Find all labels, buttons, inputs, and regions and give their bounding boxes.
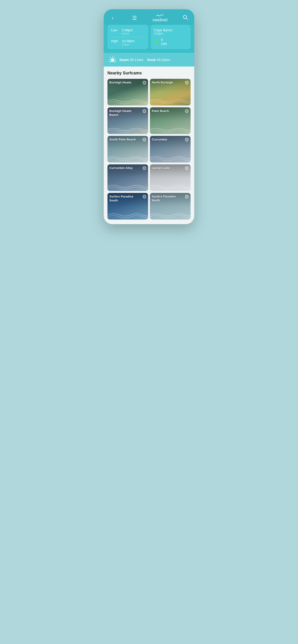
cam-card-south-palm-beach[interactable]: South Palm Beach	[107, 136, 148, 162]
wind-card: Cape Byron 2:00pm ▲ S 10kt	[151, 25, 191, 49]
cam-header: Surfers Paradise South	[107, 193, 148, 204]
cam-header: Palm Beach	[150, 107, 191, 115]
cam-card-surfers-paradise-south[interactable]: Surfers Paradise South	[107, 193, 148, 220]
cam-title: South Palm Beach	[109, 138, 136, 142]
dawn-dusk-section: Dawn 06:11am Dusk 05:24pm	[104, 53, 194, 66]
cam-title: Currumbin	[152, 138, 167, 142]
cam-header: Laceys Lane	[150, 164, 191, 172]
high-height: 1.91m	[122, 43, 134, 46]
cam-title: Laceys Lane	[152, 166, 170, 170]
low-label: Low	[111, 28, 120, 32]
cam-header: Surfers Paradise North	[150, 193, 191, 204]
high-label: High	[111, 39, 120, 43]
wind-direction-arrow: ▲	[154, 39, 159, 45]
dawn-dusk-text: Dawn 06:11am Dusk 05:24pm	[120, 58, 170, 62]
cam-card-currumbin-alley[interactable]: Currumbin Alley	[107, 164, 148, 191]
low-height: 0.17m	[122, 32, 133, 35]
cam-title: Surfers Paradise South	[109, 195, 137, 202]
dawn-time: 06:11am	[130, 58, 143, 62]
tide-wind-section: Low 3:46pm 0.17m High 10:38pm 1.91m Cape…	[104, 25, 194, 53]
cam-header: Burleigh Heads Beach	[107, 107, 148, 118]
shield-icon	[143, 195, 146, 199]
cam-title: Surfers Paradise North	[152, 195, 179, 202]
cam-header: Currumbin	[150, 136, 191, 144]
cam-header: North Burleigh	[150, 79, 191, 86]
svg-line-7	[114, 58, 115, 58]
shield-icon	[143, 81, 146, 85]
wind-speed: 10kt	[161, 42, 167, 46]
svg-point-2	[111, 58, 114, 62]
logo: swellnet	[152, 14, 168, 22]
cam-title: Palm Beach	[152, 109, 169, 113]
wind-direction: S	[161, 38, 163, 42]
shield-icon	[143, 109, 146, 114]
cam-card-burleigh-heads-beach[interactable]: Burleigh Heads Beach	[107, 107, 148, 134]
cam-card-north-burleigh[interactable]: North Burleigh	[150, 79, 191, 106]
cam-title: Burleigh Heads Beach	[109, 109, 137, 117]
cam-title: Burleigh Heads	[109, 81, 131, 84]
search-button[interactable]	[181, 15, 190, 21]
cam-title: North Burleigh	[152, 81, 173, 84]
shield-icon	[185, 109, 189, 114]
dawn-label: Dawn	[120, 58, 129, 62]
shield-icon	[185, 195, 189, 199]
menu-button[interactable]: ☰	[130, 15, 139, 21]
cam-title: Currumbin Alley	[109, 166, 133, 170]
phone-shell: ‹ ☰ swellnet Low 3:46pm 0.17m	[104, 9, 194, 224]
cam-card-burleigh-heads[interactable]: Burleigh Heads	[107, 79, 148, 106]
wind-time: 2:00pm	[154, 32, 187, 35]
cam-header: Burleigh Heads	[107, 79, 148, 86]
cam-card-laceys-lane[interactable]: Laceys Lane	[150, 164, 191, 191]
svg-line-1	[186, 18, 187, 20]
tide-card: Low 3:46pm 0.17m High 10:38pm 1.91m	[107, 25, 148, 49]
sunrise-icon	[108, 56, 117, 64]
sunrise-svg	[108, 56, 117, 62]
wind-station: Cape Byron	[154, 28, 187, 32]
surfcams-title: Nearby Surfcams	[107, 71, 191, 76]
cam-header: Currumbin Alley	[107, 164, 148, 172]
shield-icon	[185, 138, 189, 142]
cam-card-currumbin[interactable]: Currumbin	[150, 136, 191, 162]
cam-card-surfers-paradise-north[interactable]: Surfers Paradise North	[150, 193, 191, 220]
dusk-label: Dusk	[147, 58, 156, 62]
logo-text: swellnet	[152, 18, 168, 22]
shield-icon	[185, 166, 189, 170]
svg-line-6	[110, 58, 111, 58]
cam-card-palm-beach[interactable]: Palm Beach	[150, 107, 191, 134]
low-time: 3:46pm	[122, 28, 133, 32]
dusk-time: 05:24pm	[157, 58, 170, 62]
shield-icon	[185, 81, 189, 85]
app-header: ‹ ☰ swellnet	[104, 9, 194, 25]
cams-grid: Burleigh Heads North Burleigh	[107, 79, 191, 220]
search-icon	[183, 15, 188, 20]
cam-header: South Palm Beach	[107, 136, 148, 144]
shield-icon	[143, 166, 146, 170]
back-button[interactable]: ‹	[108, 15, 117, 21]
surfcams-section: Nearby Surfcams Burleigh Heads North Bur…	[104, 66, 194, 224]
shield-icon	[143, 138, 146, 142]
high-time: 10:38pm	[122, 39, 134, 43]
logo-wave-icon	[156, 14, 164, 18]
